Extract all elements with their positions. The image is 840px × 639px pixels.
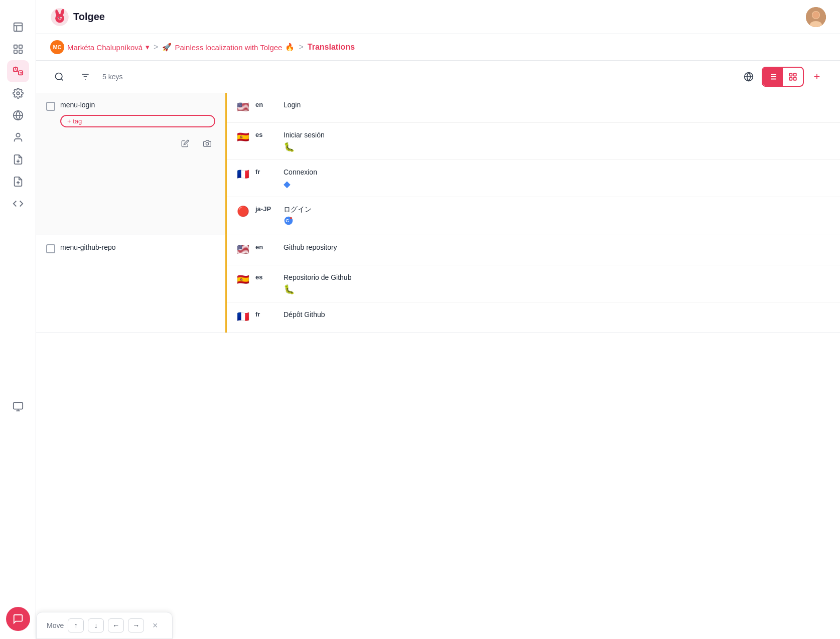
move-label: Move <box>47 621 64 629</box>
header-right <box>806 7 826 27</box>
lang-code-fr-2: fr <box>255 309 277 318</box>
badge-es: 🐛 <box>284 141 325 152</box>
trans-value-menu-login-ja: ログイン <box>284 204 312 215</box>
svg-rect-51 <box>789 78 792 80</box>
chat-button[interactable] <box>6 607 30 631</box>
move-left-button[interactable]: ← <box>108 618 124 632</box>
app-name: Tolgee <box>73 11 105 23</box>
move-bar-close-button[interactable]: × <box>148 618 162 632</box>
key-header-menu-github-repo: menu-github-repo <box>46 243 215 253</box>
breadcrumb-project[interactable]: 🚀 Painless localization with Tolgee 🔥 <box>162 43 295 52</box>
flag-fr-2: 🇫🇷 <box>237 309 249 324</box>
sidebar-item-documents[interactable] <box>7 16 29 38</box>
lang-code-ja: ja-JP <box>255 204 277 213</box>
translation-table: menu-login + tag <box>36 93 840 639</box>
flag-en-2: 🇺🇸 <box>237 242 249 256</box>
sidebar-item-settings[interactable] <box>7 82 29 104</box>
move-down-button[interactable]: ↓ <box>88 618 104 632</box>
sidebar-item-developer[interactable] <box>7 193 29 215</box>
svg-point-14 <box>16 133 20 137</box>
table-row: menu-login + tag <box>36 93 840 235</box>
sidebar-item-integrations[interactable] <box>7 396 29 418</box>
user-initials-badge: MC <box>50 40 64 54</box>
translation-item-menu-login-fr: 🇫🇷 fr Connexion ◆ <box>227 160 840 197</box>
lang-code-en: en <box>255 100 277 108</box>
avatar-image <box>806 7 826 27</box>
key-checkbox-menu-login[interactable] <box>46 102 55 111</box>
list-view-button[interactable] <box>763 68 783 86</box>
sidebar-item-languages[interactable] <box>7 104 29 126</box>
key-name-menu-login: menu-login <box>60 101 215 109</box>
flag-es: 🇪🇸 <box>237 130 249 144</box>
breadcrumb: MC Markéta Chalupníková ▾ > 🚀 Painless l… <box>36 34 840 61</box>
svg-text:G: G <box>286 218 289 223</box>
translation-item-menu-github-repo-en: 🇺🇸 en Github repository <box>227 235 840 265</box>
svg-point-30 <box>58 17 59 18</box>
trans-value-menu-github-repo-en: Github repository <box>284 242 830 253</box>
svg-rect-5 <box>14 50 17 53</box>
tolgee-logo[interactable]: Tolgee <box>50 8 105 27</box>
globe-button[interactable] <box>740 68 758 86</box>
sidebar-item-import[interactable] <box>7 148 29 171</box>
tolgee-logo-icon <box>50 8 69 27</box>
app-header: Tolgee <box>36 0 840 34</box>
lang-code-es-2: es <box>255 272 277 281</box>
add-tag-button-menu-login[interactable]: + tag <box>60 115 215 127</box>
left-navigation: A 文 <box>0 0 36 639</box>
svg-rect-3 <box>14 45 17 48</box>
svg-rect-52 <box>794 78 796 80</box>
edit-key-button-menu-login[interactable] <box>177 135 193 151</box>
translation-item-menu-login-ja: 🔴 ja-JP ログイン G <box>227 197 840 235</box>
trans-value-menu-github-repo-es: Repositorio de Github <box>284 272 351 283</box>
move-up-button[interactable]: ↑ <box>68 618 84 632</box>
svg-line-37 <box>61 79 63 81</box>
keys-count: 5 keys <box>102 73 122 81</box>
app-layout: A 文 <box>0 0 840 639</box>
translations-cell-menu-login: 🇺🇸 en Login 🇪🇸 es Iniciar sesión 🐛 <box>227 93 840 235</box>
lang-code-en-2: en <box>255 242 277 251</box>
key-header-menu-login: menu-login <box>46 101 215 111</box>
svg-rect-21 <box>13 403 22 409</box>
svg-rect-6 <box>19 50 22 53</box>
sidebar-item-translations[interactable]: A 文 <box>7 60 29 82</box>
key-checkbox-menu-github-repo[interactable] <box>46 244 55 253</box>
breadcrumb-current-page: Translations <box>308 43 355 52</box>
svg-point-53 <box>206 142 208 145</box>
sidebar-item-members[interactable] <box>7 126 29 148</box>
svg-point-11 <box>17 92 20 95</box>
sidebar-bottom <box>6 603 30 639</box>
trans-value-menu-login-en: Login <box>284 100 830 110</box>
svg-point-27 <box>55 14 64 23</box>
badge-ja: G <box>284 216 312 228</box>
breadcrumb-user[interactable]: MC Markéta Chalupníková ▾ <box>50 40 150 54</box>
lang-code-es: es <box>255 130 277 138</box>
svg-point-35 <box>812 12 819 19</box>
sidebar-item-dashboard[interactable] <box>7 38 29 60</box>
breadcrumb-sep-2: > <box>299 43 303 52</box>
table-row: menu-github-repo 🇺🇸 en Github repository… <box>36 235 840 333</box>
trans-value-menu-github-repo-fr: Dépôt Github <box>284 309 830 320</box>
user-avatar[interactable] <box>806 7 826 27</box>
svg-point-31 <box>61 17 62 18</box>
toolbar-right: + <box>740 67 826 87</box>
svg-point-36 <box>56 73 62 80</box>
grid-view-button[interactable] <box>783 68 803 86</box>
move-right-button[interactable]: → <box>128 618 144 632</box>
translation-item-menu-login-es: 🇪🇸 es Iniciar sesión 🐛 <box>227 123 840 160</box>
search-button[interactable] <box>50 68 68 86</box>
sidebar-item-export[interactable] <box>7 171 29 193</box>
svg-rect-4 <box>19 45 22 48</box>
trans-value-menu-login-fr: Connexion <box>284 167 317 178</box>
content-area: Tolgee <box>36 0 840 639</box>
lang-code-fr: fr <box>255 167 277 176</box>
move-bar: Move ↑ ↓ ← → × <box>36 612 173 639</box>
trans-value-menu-login-es: Iniciar sesión <box>284 130 325 140</box>
screenshot-button-menu-login[interactable] <box>199 135 215 151</box>
translation-item-menu-github-repo-es: 🇪🇸 es Repositorio de Github 🐛 <box>227 265 840 302</box>
svg-rect-50 <box>794 73 796 76</box>
add-key-button[interactable]: + <box>808 68 826 86</box>
filter-button[interactable] <box>76 68 94 86</box>
flag-ja: 🔴 <box>237 204 249 218</box>
key-cell-menu-github-repo: menu-github-repo <box>36 235 227 333</box>
svg-text:文: 文 <box>19 71 22 75</box>
